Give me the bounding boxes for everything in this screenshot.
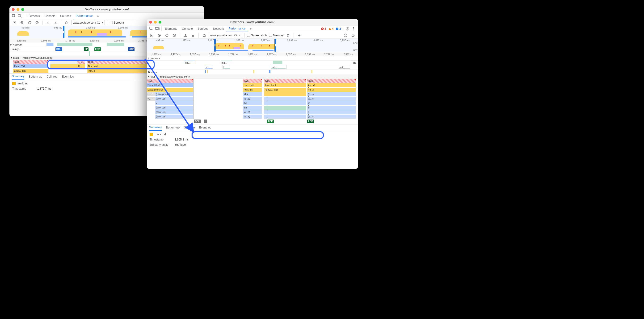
settings-icon[interactable]	[342, 32, 348, 38]
flame-frame[interactable]: P…	[147, 97, 155, 101]
marker-fcp[interactable]: FCP	[267, 120, 274, 123]
more-tabs-icon[interactable]: »	[248, 26, 254, 31]
titlebar[interactable]: DevTools - www.youtube.com/	[147, 19, 358, 25]
subtab-bottomup[interactable]: Bottom-up	[166, 124, 180, 131]
flame-frame[interactable]: (ano…us)	[155, 115, 193, 119]
clear-icon[interactable]	[171, 32, 178, 38]
flame-frame[interactable]: An…d	[307, 83, 356, 87]
flame-frame[interactable]: Task	[307, 79, 356, 83]
tab-network[interactable]: Network	[211, 25, 226, 32]
upload-icon[interactable]	[182, 32, 188, 38]
minimize-icon[interactable]	[154, 21, 157, 23]
kebab-icon[interactable]	[350, 26, 356, 31]
home-icon[interactable]	[201, 32, 207, 38]
flame-frame[interactable]: (ano…us)	[155, 110, 193, 114]
subtab-eventlog[interactable]: Event log	[199, 124, 212, 131]
flame-frame[interactable]: Functi… call	[264, 88, 306, 92]
flame-frame[interactable]: (a…s)	[307, 92, 356, 96]
warnings-badge[interactable]: 4	[327, 27, 335, 30]
flame-frame[interactable]: v	[155, 101, 193, 105]
flame-frame[interactable]: (a…s)	[243, 115, 262, 119]
marker-dcl[interactable]: DCL	[56, 47, 62, 51]
flame-frame[interactable]: Task	[264, 79, 306, 83]
flame-frame[interactable]	[264, 92, 306, 96]
tab-performance[interactable]: Performance	[74, 13, 95, 19]
profile-select[interactable]: www.youtube.com #2 ▼	[208, 33, 242, 38]
flame-frame[interactable]: Fu…ll	[307, 88, 356, 92]
overview-handle-left[interactable]	[63, 26, 64, 38]
flame-frame[interactable]: wka	[243, 92, 262, 96]
flame-frame[interactable]: Fire…ack	[243, 83, 262, 87]
marker-lcp[interactable]: LCP	[128, 47, 134, 51]
reload-icon[interactable]	[26, 20, 32, 25]
flame-frame[interactable]: Timer fired	[264, 83, 306, 87]
subtab-eventlog[interactable]: Event log	[62, 73, 74, 80]
flame-frame[interactable]: dla	[243, 106, 262, 110]
network-track[interactable]: ▼Network	[147, 56, 358, 61]
flame-frame[interactable]: (a…s)	[307, 97, 356, 101]
flame-frame[interactable]: (a…s)	[243, 97, 262, 101]
toggle-drawer-icon[interactable]	[11, 20, 18, 25]
overview-handle-left[interactable]	[214, 39, 216, 52]
tab-performance[interactable]: Performance	[226, 25, 248, 32]
inspect-icon[interactable]	[11, 13, 17, 19]
subtab-calltree[interactable]: Call tree	[184, 124, 195, 131]
flame-frame[interactable]: Parse HTML	[147, 83, 193, 87]
flame-frame[interactable]	[264, 97, 306, 101]
flame-frame[interactable]	[264, 101, 306, 105]
flame-frame[interactable]: e	[307, 110, 356, 114]
minimize-icon[interactable]	[16, 8, 19, 11]
memory-checkbox[interactable]: Memory	[269, 34, 284, 37]
marker-fcp[interactable]: FCP	[94, 47, 101, 51]
toggle-drawer-icon[interactable]	[149, 32, 155, 38]
help-icon[interactable]: ?	[350, 32, 356, 38]
marker-fp[interactable]: FP	[84, 47, 89, 51]
home-icon[interactable]	[64, 20, 70, 25]
flame-frame[interactable]: (ano…us)	[155, 106, 193, 110]
tab-console[interactable]: Console	[42, 13, 58, 19]
clear-icon[interactable]	[34, 20, 40, 25]
flame-frame[interactable]: $ka	[243, 101, 262, 105]
record-icon[interactable]	[19, 20, 25, 25]
screenshots-checkbox[interactable]: Screens	[110, 21, 124, 24]
flame-frame[interactable]: (a…s)	[307, 115, 356, 119]
tab-elements[interactable]: Elements	[162, 25, 180, 32]
flame-frame[interactable]: V	[307, 101, 356, 105]
inspect-icon[interactable]	[148, 26, 154, 31]
issues-badge[interactable]: 2	[335, 27, 342, 30]
show-sidebar-icon[interactable]	[296, 32, 302, 38]
main-thread-header[interactable]: ▼Main — https://www.youtube.com/	[147, 75, 358, 79]
detail-ruler[interactable]: 1,397 ms1,497 ms 1,597 ms1,697 ms 1,797 …	[147, 52, 358, 56]
flame-chart[interactable]: TaskTaskTaskTaskParse HTMLFire…ackTimer …	[147, 79, 358, 119]
flame-frame[interactable]: S	[307, 106, 356, 110]
settings-icon[interactable]	[344, 26, 350, 31]
timings-track[interactable]: Timings	[147, 69, 358, 75]
titlebar[interactable]: DevTools - www.youtube.com/	[10, 6, 204, 13]
overview-timeline[interactable]: 497 ms997 ms 1,497 ms1,997 ms 2,497 ms2,…	[147, 39, 358, 52]
tab-console[interactable]: Console	[180, 25, 195, 32]
tab-sources[interactable]: Sources	[58, 13, 74, 19]
errors-badge[interactable]: 3	[320, 27, 327, 30]
flame-frame[interactable]: Run…ks	[243, 88, 262, 92]
tab-sources[interactable]: Sources	[195, 25, 211, 32]
upload-icon[interactable]	[45, 20, 51, 25]
flame-frame[interactable]: Evaluate script	[147, 88, 193, 92]
subtab-bottomup[interactable]: Bottom-up	[28, 73, 42, 80]
marker-lcp[interactable]: LCP	[307, 120, 314, 123]
marker-dcl[interactable]: DCL	[194, 120, 201, 123]
flame-frame[interactable]: (ano…us)	[155, 97, 193, 101]
device-toolbar-icon[interactable]	[17, 13, 23, 19]
maximize-icon[interactable]	[158, 21, 162, 23]
subtab-summary[interactable]: Summary	[12, 73, 24, 80]
marker-l[interactable]: L	[204, 120, 207, 123]
close-icon[interactable]	[12, 8, 15, 11]
close-icon[interactable]	[149, 21, 152, 23]
reload-icon[interactable]	[164, 32, 170, 38]
flame-frame[interactable]: (a…s)	[243, 110, 262, 114]
flame-frame[interactable]	[264, 110, 306, 114]
maximize-icon[interactable]	[21, 8, 24, 11]
record-icon[interactable]	[156, 32, 162, 38]
device-toolbar-icon[interactable]	[154, 26, 160, 31]
flame-frame[interactable]: C…t	[147, 92, 155, 96]
profile-select[interactable]: www.youtube.com #1 ▼	[71, 20, 105, 25]
